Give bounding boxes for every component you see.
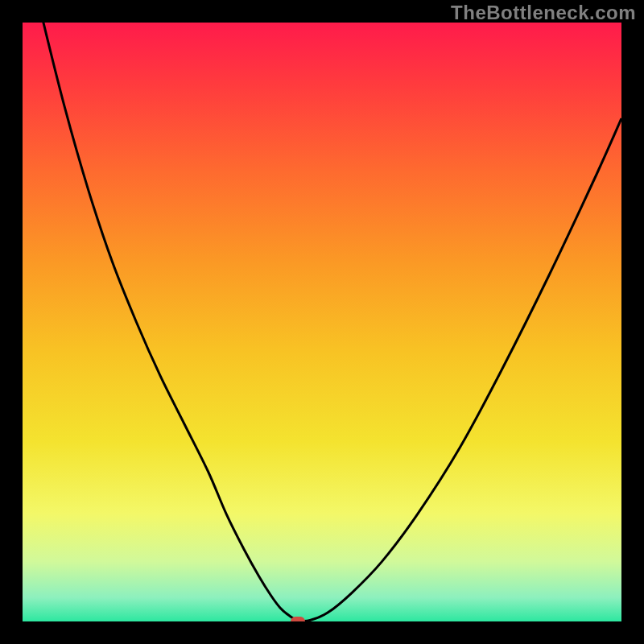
plot-svg bbox=[23, 23, 621, 621]
chart-frame: TheBottleneck.com bbox=[0, 0, 644, 644]
gradient-background bbox=[23, 23, 621, 621]
minimum-marker bbox=[291, 617, 305, 621]
watermark-text: TheBottleneck.com bbox=[451, 2, 636, 24]
plot-area bbox=[23, 23, 621, 621]
